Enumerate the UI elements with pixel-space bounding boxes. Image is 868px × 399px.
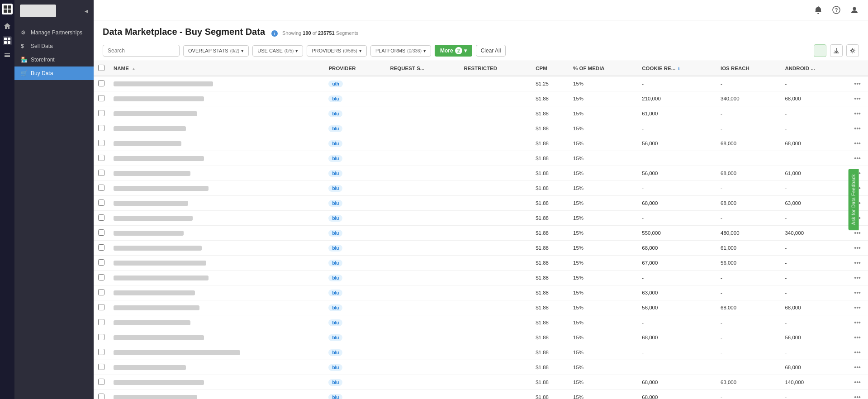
row-checkbox[interactable] [98,334,104,340]
sidebar-header: ◀ [14,0,94,22]
row-checkbox[interactable] [98,80,104,86]
row-checkbox[interactable] [98,319,104,325]
settings-button[interactable] [846,44,859,57]
row-checkbox[interactable] [98,259,104,266]
sidebar-logo-img [20,5,56,17]
row-actions-button[interactable]: ••• [851,318,863,327]
segment-name [109,91,324,106]
use-case-count: (0/5) [285,48,294,53]
sidebar-item-storefront[interactable]: 🏪 Storefront [14,53,94,66]
search-input[interactable] [103,45,180,57]
segment-request-status [385,345,459,360]
row-actions-button[interactable]: ••• [851,273,863,282]
segment-restricted [459,91,531,106]
platforms-count: (0/336) [407,48,422,53]
use-case-filter[interactable]: USE CASE (0/5) ▾ [252,45,303,57]
row-actions-button[interactable]: ••• [851,94,863,103]
segment-request-status [385,226,459,241]
row-checkbox[interactable] [98,349,104,355]
row-actions-button[interactable]: ••• [851,378,863,387]
sidebar-item-sell-data[interactable]: $ Sell Data [14,39,94,53]
row-checkbox[interactable] [98,229,104,236]
segment-provider: blu [324,136,385,151]
table-row: blu $1.88 15% 68,000 - - ••• [94,390,868,399]
row-checkbox[interactable] [98,214,104,221]
segment-request-status [385,360,459,375]
segment-android-reach: 140,000 [780,375,847,390]
segment-request-status [385,106,459,121]
row-actions-button[interactable]: ••• [851,363,863,372]
row-actions-button[interactable]: ••• [851,303,863,312]
total-count: 235751 [318,30,335,36]
row-actions-button[interactable]: ••• [851,79,863,88]
row-actions-button[interactable]: ••• [851,243,863,252]
row-actions-button[interactable]: ••• [851,109,863,118]
row-checkbox[interactable] [98,200,104,206]
row-checkbox[interactable] [98,379,104,385]
segment-request-status [385,151,459,166]
sidebar-item-manage-partnerships[interactable]: ⚙ Manage Partnerships [14,26,94,39]
clear-all-button[interactable]: Clear All [476,45,506,57]
select-all-checkbox[interactable] [98,65,104,71]
table-row: blu $1.88 15% 550,000 480,000 340,000 ••… [94,226,868,241]
row-actions-button[interactable]: ••• [851,288,863,297]
row-checkbox[interactable] [98,364,104,370]
notifications-icon[interactable] [812,4,825,16]
platforms-filter[interactable]: PLATFORMS (0/336) ▾ [370,45,431,57]
info-icon-cookie[interactable]: ℹ [678,66,679,71]
row-actions-button[interactable]: ••• [851,393,863,399]
sidebar-item-buy-data[interactable]: 🛒 Buy Data [14,66,94,80]
row-checkbox[interactable] [98,304,104,310]
feedback-tab[interactable]: Ask for Data Feedback [848,169,859,230]
segment-action-button[interactable] [814,44,826,57]
app-logo [2,4,13,14]
row-checkbox[interactable] [98,155,104,161]
segment-pct-media: 15% [569,226,637,241]
row-checkbox[interactable] [98,394,104,399]
row-actions-button[interactable]: ••• [851,124,863,133]
download-button[interactable] [830,44,843,57]
nav-icon-apps[interactable] [3,36,12,45]
row-checkbox[interactable] [98,110,104,116]
nav-icon-data[interactable] [3,51,12,60]
sidebar-collapse-icon[interactable]: ◀ [85,9,88,14]
segment-pct-media: 15% [569,300,637,315]
row-checkbox[interactable] [98,274,104,280]
segment-ios-reach: 340,000 [716,91,780,106]
info-icon[interactable]: i [271,30,278,37]
row-actions-button[interactable]: ••• [851,154,863,163]
row-actions-button[interactable]: ••• [851,139,863,148]
row-actions-button[interactable]: ••• [851,258,863,267]
help-icon[interactable]: ? [830,4,843,16]
row-checkbox[interactable] [98,289,104,295]
row-checkbox[interactable] [98,125,104,131]
segment-restricted [459,330,531,345]
segment-pct-media: 15% [569,211,637,226]
segment-request-status [385,375,459,390]
row-checkbox[interactable] [98,95,104,101]
segment-ios-reach: - [716,285,780,300]
segment-ios-reach: - [716,181,780,196]
table-row: blu $1.88 15% 56,000 68,000 61,000 ••• [94,166,868,181]
clear-label: Clear All [481,48,501,54]
segment-name [109,166,324,181]
segment-cpm: $1.88 [531,300,569,315]
segment-restricted [459,375,531,390]
row-checkbox[interactable] [98,140,104,146]
overlap-stats-filter[interactable]: OVERLAP STATS (0/2) ▾ [183,45,249,57]
providers-filter[interactable]: PROVIDERS (0/585) ▾ [307,45,366,57]
user-icon[interactable] [848,4,861,16]
row-checkbox[interactable] [98,244,104,251]
nav-icon-home[interactable] [3,22,12,31]
provider-badge: blu [328,319,342,326]
segment-pct-media: 15% [569,256,637,271]
segment-provider: blu [324,300,385,315]
segment-android-reach: - [780,271,847,285]
sort-arrow-name[interactable]: ▲ [132,66,136,71]
row-actions-button[interactable]: ••• [851,333,863,342]
row-checkbox[interactable] [98,185,104,191]
more-chevron: ▾ [464,48,467,54]
row-actions-button[interactable]: ••• [851,348,863,357]
row-checkbox[interactable] [98,170,104,176]
more-filters-button[interactable]: More 2 ▾ [435,45,472,57]
